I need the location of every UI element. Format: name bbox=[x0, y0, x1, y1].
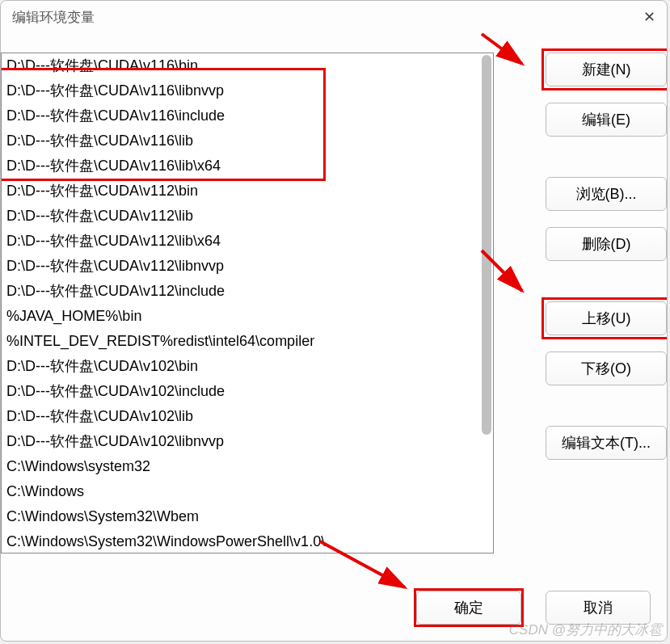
edit-text-button[interactable]: 编辑文本(T)... bbox=[546, 426, 667, 460]
ok-button[interactable]: 确定 bbox=[416, 591, 521, 625]
new-button[interactable]: 新建(N) bbox=[546, 53, 667, 86]
list-item[interactable]: D:\D---软件盘\CUDA\v116\bin bbox=[2, 53, 493, 78]
move-down-button[interactable]: 下移(O) bbox=[546, 351, 667, 385]
dialog-window: 编辑环境变量 ✕ D:\D---软件盘\CUDA\v116\bin D:\D--… bbox=[0, 0, 668, 642]
list-item[interactable]: D:\D---软件盘\CUDA\v112\lib bbox=[2, 204, 493, 229]
browse-button[interactable]: 浏览(B)... bbox=[546, 177, 667, 211]
edit-button[interactable]: 编辑(E) bbox=[546, 103, 667, 137]
close-icon[interactable]: ✕ bbox=[643, 8, 655, 26]
delete-button[interactable]: 删除(D) bbox=[546, 227, 667, 261]
list-item[interactable]: C:\Windows bbox=[2, 479, 493, 504]
list-item[interactable]: D:\D---软件盘\CUDA\v112\bin bbox=[2, 179, 493, 204]
path-listbox[interactable]: D:\D---软件盘\CUDA\v116\bin D:\D---软件盘\CUDA… bbox=[1, 53, 494, 554]
scrollbar-thumb[interactable] bbox=[482, 55, 491, 435]
move-up-button[interactable]: 上移(U) bbox=[546, 301, 667, 335]
dialog-content: D:\D---软件盘\CUDA\v116\bin D:\D---软件盘\CUDA… bbox=[1, 36, 667, 641]
list-item[interactable]: D:\D---软件盘\CUDA\v102\libnvvp bbox=[2, 429, 493, 454]
footer-buttons: 确定 取消 bbox=[416, 591, 651, 625]
list-item[interactable]: %INTEL_DEV_REDIST%redist\intel64\compile… bbox=[2, 329, 493, 354]
list-item[interactable]: C:\Windows\system32 bbox=[2, 454, 493, 479]
list-item[interactable]: D:\D---软件盘\CUDA\v102\include bbox=[2, 379, 493, 404]
list-item[interactable]: D:\D---软件盘\CUDA\v116\libnvvp bbox=[2, 78, 493, 103]
cancel-button[interactable]: 取消 bbox=[546, 591, 651, 625]
list-item[interactable]: D:\D---软件盘\CUDA\v116\lib\x64 bbox=[2, 154, 493, 179]
titlebar: 编辑环境变量 ✕ bbox=[1, 1, 667, 33]
list-item[interactable]: D:\D---软件盘\CUDA\v112\lib\x64 bbox=[2, 229, 493, 254]
list-item[interactable]: D:\D---软件盘\CUDA\v116\include bbox=[2, 103, 493, 128]
list-item[interactable]: C:\Windows\System32\Wbem bbox=[2, 504, 493, 529]
button-column: 新建(N) 编辑(E) 浏览(B)... 删除(D) 上移(U) 下移(O) 编… bbox=[546, 53, 667, 476]
list-item[interactable]: D:\D---软件盘\CUDA\v112\include bbox=[2, 279, 493, 304]
list-item[interactable]: D:\D---软件盘\CUDA\v102\lib bbox=[2, 404, 493, 429]
list-item[interactable]: D:\D---软件盘\CUDA\v116\lib bbox=[2, 128, 493, 154]
window-title: 编辑环境变量 bbox=[12, 8, 95, 27]
watermark: CSDN @努力中的大冰雹 bbox=[509, 621, 662, 639]
list-item[interactable]: D:\D---软件盘\CUDA\v112\libnvvp bbox=[2, 254, 493, 279]
list-item[interactable]: D:\D---软件盘\CUDA\v102\bin bbox=[2, 354, 493, 379]
list-item[interactable]: C:\Windows\System32\WindowsPowerShell\v1… bbox=[2, 529, 493, 554]
list-item[interactable]: %JAVA_HOME%\bin bbox=[2, 304, 493, 329]
